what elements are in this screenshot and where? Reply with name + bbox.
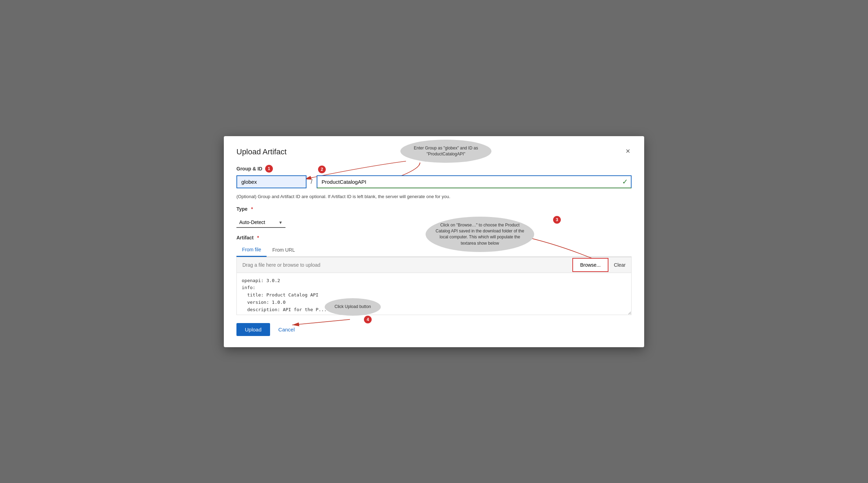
step1-badge: 1 bbox=[265, 165, 273, 173]
group-id-label: Group & ID 1 bbox=[236, 165, 632, 173]
valid-check-icon: ✓ bbox=[622, 177, 628, 186]
tab-from-file[interactable]: From file bbox=[236, 243, 267, 257]
cancel-button[interactable]: Cancel bbox=[276, 323, 298, 336]
type-select[interactable]: Auto-Detect OpenAPI WSDL GraphQL AsyncAP… bbox=[236, 217, 285, 228]
step4-badge: 4 bbox=[364, 316, 372, 323]
browse-btn-wrapper: Browse... bbox=[572, 258, 608, 272]
type-section: Type* Auto-Detect OpenAPI WSDL GraphQL A… bbox=[236, 206, 632, 228]
type-required-star: * bbox=[251, 206, 253, 212]
group-input[interactable] bbox=[236, 175, 306, 188]
browse-button[interactable]: Browse... bbox=[572, 258, 608, 272]
clear-button[interactable]: Clear bbox=[608, 259, 631, 271]
dialog-header: Upload Artifact × bbox=[236, 147, 632, 156]
group-input-wrapper bbox=[236, 175, 306, 188]
close-button[interactable]: × bbox=[624, 147, 632, 155]
id-input-wrapper: 2 ✓ bbox=[317, 175, 632, 188]
action-row: Upload Cancel bbox=[236, 323, 632, 336]
upload-button[interactable]: Upload bbox=[236, 323, 270, 336]
optional-text: (Optional) Group and Artifact ID are opt… bbox=[236, 194, 632, 199]
artifact-content-textarea[interactable]: openapi: 3.0.2 info: title: Product Cata… bbox=[236, 273, 632, 315]
type-label: Type* bbox=[236, 206, 632, 212]
file-upload-row: Drag a file here or browse to upload Bro… bbox=[236, 257, 632, 273]
slash-divider: / bbox=[306, 178, 317, 186]
tab-from-url[interactable]: From URL bbox=[267, 243, 301, 257]
type-select-wrapper: Auto-Detect OpenAPI WSDL GraphQL AsyncAP… bbox=[236, 217, 285, 228]
artifact-tabs: From file From URL bbox=[236, 243, 632, 257]
artifact-required-star: * bbox=[257, 235, 259, 240]
drop-zone[interactable]: Drag a file here or browse to upload bbox=[237, 257, 572, 273]
artifact-section: Artifact* From file From URL Drag a file… bbox=[236, 235, 632, 316]
upload-artifact-dialog: Enter Group as "globex" and ID as "Produ… bbox=[224, 136, 644, 347]
group-id-row: / 2 ✓ bbox=[236, 175, 632, 188]
step3-badge: 3 bbox=[553, 216, 561, 224]
dialog-title: Upload Artifact bbox=[236, 147, 287, 156]
step2-badge: 2 bbox=[318, 166, 326, 173]
artifact-id-input[interactable] bbox=[317, 175, 632, 188]
artifact-label: Artifact* bbox=[236, 235, 632, 240]
